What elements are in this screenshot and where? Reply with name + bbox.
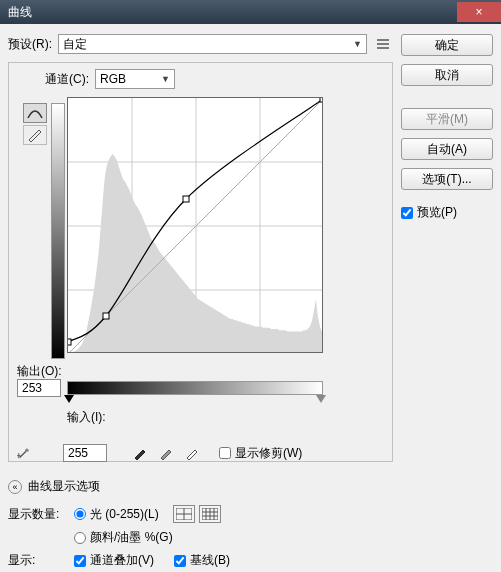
show-clipping-input[interactable] xyxy=(219,447,231,459)
output-gradient xyxy=(51,103,65,359)
curve-point-tool[interactable] xyxy=(23,103,47,123)
ok-button-label: 确定 xyxy=(435,37,459,54)
titlebar: 曲线 × xyxy=(0,0,501,24)
show-label: 显示: xyxy=(8,552,66,569)
ok-button[interactable]: 确定 xyxy=(401,34,493,56)
input-label: 输入(I): xyxy=(67,409,106,426)
input-input[interactable] xyxy=(63,444,107,462)
chevron-down-icon: ▼ xyxy=(161,74,170,84)
light-radio-label: 光 (0-255)(L) xyxy=(90,506,159,523)
black-eyedropper-icon[interactable] xyxy=(131,444,149,462)
baseline-check-input[interactable] xyxy=(174,555,186,567)
preset-select[interactable]: 自定 ▼ xyxy=(58,34,367,54)
channel-select[interactable]: RGB ▼ xyxy=(95,69,175,89)
pigment-radio-label: 颜料/油墨 %(G) xyxy=(90,529,173,546)
black-point-slider[interactable] xyxy=(64,395,74,403)
pigment-radio[interactable]: 颜料/油墨 %(G) xyxy=(74,529,173,546)
options-button[interactable]: 选项(T)... xyxy=(401,168,493,190)
svg-rect-10 xyxy=(320,98,323,102)
channel-value: RGB xyxy=(100,72,126,86)
close-button[interactable]: × xyxy=(457,2,501,22)
disclosure-icon: « xyxy=(8,480,22,494)
input-gradient xyxy=(67,381,323,395)
grid-coarse-icon[interactable] xyxy=(173,505,195,523)
preset-label: 预设(R): xyxy=(8,36,52,53)
cancel-button-label: 取消 xyxy=(435,67,459,84)
preview-label: 预览(P) xyxy=(417,204,457,221)
window-title: 曲线 xyxy=(8,4,32,21)
preview-check-input[interactable] xyxy=(401,207,413,219)
preset-value: 自定 xyxy=(63,36,87,53)
smooth-button[interactable]: 平滑(M) xyxy=(401,108,493,130)
curves-fieldset: 通道(C): RGB ▼ xyxy=(8,62,393,462)
show-clipping-checkbox[interactable]: 显示修剪(W) xyxy=(219,445,302,462)
baseline-check-label: 基线(B) xyxy=(190,552,230,569)
close-icon: × xyxy=(475,5,482,19)
light-radio[interactable]: 光 (0-255)(L) xyxy=(74,506,159,523)
output-input[interactable] xyxy=(17,379,61,397)
overlay-check-label: 通道叠加(V) xyxy=(90,552,154,569)
show-clipping-label: 显示修剪(W) xyxy=(235,445,302,462)
output-label: 输出(O): xyxy=(17,363,62,380)
auto-button-label: 自动(A) xyxy=(427,141,467,158)
on-image-adjust-tool[interactable] xyxy=(17,444,35,462)
pigment-radio-input[interactable] xyxy=(74,532,86,544)
chevron-down-icon: ▼ xyxy=(353,39,362,49)
svg-rect-7 xyxy=(68,339,71,345)
grid-fine-icon[interactable] xyxy=(199,505,221,523)
options-button-label: 选项(T)... xyxy=(422,171,471,188)
svg-rect-9 xyxy=(183,196,189,202)
overlay-check-input[interactable] xyxy=(74,555,86,567)
overlay-checkbox[interactable]: 通道叠加(V) xyxy=(74,552,154,569)
auto-button[interactable]: 自动(A) xyxy=(401,138,493,160)
curve-pencil-tool[interactable] xyxy=(23,125,47,145)
cancel-button[interactable]: 取消 xyxy=(401,64,493,86)
svg-point-11 xyxy=(25,449,29,453)
display-amount-label: 显示数量: xyxy=(8,506,66,523)
white-point-slider[interactable] xyxy=(316,395,326,403)
disclosure-label: 曲线显示选项 xyxy=(28,478,100,495)
curve-canvas[interactable] xyxy=(67,97,323,353)
svg-rect-8 xyxy=(103,313,109,319)
baseline-checkbox[interactable]: 基线(B) xyxy=(174,552,230,569)
preview-checkbox[interactable]: 预览(P) xyxy=(401,204,493,221)
light-radio-input[interactable] xyxy=(74,508,86,520)
white-eyedropper-icon[interactable] xyxy=(183,444,201,462)
gray-eyedropper-icon[interactable] xyxy=(157,444,175,462)
display-options-disclosure[interactable]: « 曲线显示选项 xyxy=(8,478,393,495)
preset-menu-icon[interactable] xyxy=(373,35,393,53)
channel-label: 通道(C): xyxy=(45,71,89,88)
smooth-button-label: 平滑(M) xyxy=(426,111,468,128)
